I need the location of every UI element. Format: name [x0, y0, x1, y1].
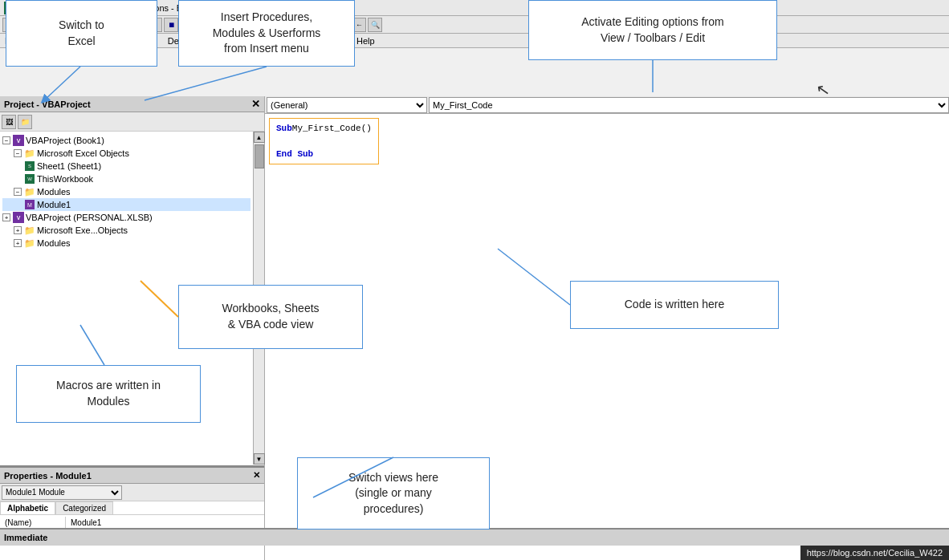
- folder-icon-excel2: 📁: [24, 225, 35, 236]
- code-line-2: [276, 135, 372, 148]
- callout-insert-text: Insert Procedures,Modules & Userformsfro…: [213, 10, 321, 57]
- tree-label-excel-objects: Microsoft Excel Objects: [37, 148, 129, 158]
- code-box: Sub My_First_Code() End Sub: [269, 118, 379, 164]
- project-btn2[interactable]: 📁: [18, 115, 32, 129]
- properties-tabs: Alphabetic Categorized: [0, 501, 264, 515]
- callout-macros: Macros are written inModules: [16, 365, 201, 423]
- callout-code-here: Code is written here: [570, 281, 779, 329]
- expand-excel-obj[interactable]: −: [14, 149, 22, 157]
- callout-insert-procedures: Insert Procedures,Modules & Userformsfro…: [178, 0, 355, 67]
- tree-label-excel-objects2: Microsoft Exe...Objects: [37, 225, 128, 235]
- properties-title: Properties - Module1: [4, 471, 92, 481]
- project-panel-title: Project - VBAProject: [4, 99, 91, 109]
- tree-vbaproject-book1[interactable]: − V VBAProject (Book1): [2, 134, 250, 147]
- code-line-3: End Sub: [276, 148, 372, 160]
- immediate-label: Immediate: [4, 533, 47, 542]
- tree-label-modules2: Modules: [37, 238, 71, 248]
- code-keyword-sub: Sub: [276, 124, 292, 133]
- folder-icon-modules: 📁: [24, 187, 35, 197]
- expand-book1[interactable]: −: [2, 136, 10, 144]
- expand-modules2[interactable]: +: [14, 239, 22, 247]
- callout-workbooks: Workbooks, Sheets& VBA code view: [178, 285, 363, 349]
- immediate-bar: Immediate: [0, 528, 949, 546]
- module-icon-1: M: [25, 200, 35, 209]
- callout-activate-text: Activate Editing options fromView / Tool…: [581, 14, 723, 46]
- scroll-up[interactable]: ▲: [254, 132, 265, 143]
- properties-panel: Properties - Module1 ✕ Module1 Module Al…: [0, 468, 264, 560]
- tree-label-personal: VBAProject (PERSONAL.XLSB): [26, 213, 153, 222]
- tab-alphabetic[interactable]: Alphabetic: [0, 501, 55, 514]
- callout-switch-views: Switch views here(single or manyprocedur…: [297, 457, 490, 530]
- tree-modules2[interactable]: + 📁 Modules: [2, 237, 250, 250]
- code-line-1: Sub My_First_Code(): [276, 122, 372, 135]
- cursor-arrow: ↖: [815, 79, 832, 101]
- code-keyword-end: End Sub: [276, 149, 313, 159]
- properties-toolbar: Module1 Module: [0, 484, 264, 501]
- project-panel-header: Project - VBAProject ✕: [0, 96, 264, 112]
- tree-modules[interactable]: − 📁 Modules: [2, 185, 250, 198]
- svg-line-1: [145, 67, 267, 100]
- watermark: https://blog.csdn.net/Cecilia_W422: [800, 546, 949, 560]
- folder-icon-modules2: 📁: [24, 238, 35, 249]
- callout-macros-text: Macros are written inModules: [56, 378, 161, 409]
- toolbar-btn-extra8[interactable]: 🔍: [368, 18, 382, 32]
- callout-switch-views-text: Switch views here(single or manyprocedur…: [348, 470, 438, 517]
- project-btn1[interactable]: 🖼: [2, 115, 16, 129]
- tree-excel-objects2[interactable]: + 📁 Microsoft Exe...Objects: [2, 224, 250, 237]
- code-header: (General) My_First_Code: [265, 96, 949, 114]
- callout-workbooks-text: Workbooks, Sheets& VBA code view: [222, 301, 319, 332]
- project-toolbar: 🖼 📁: [0, 112, 264, 132]
- tree-label-thiswb: ThisWorkbook: [37, 174, 93, 184]
- vba-icon-personal: V: [13, 212, 24, 223]
- properties-select[interactable]: Module1 Module: [2, 485, 122, 500]
- svg-line-0: [44, 67, 80, 100]
- vba-icon-book1: V: [13, 135, 24, 146]
- toolbar-btn-stop[interactable]: ⏹: [164, 18, 178, 32]
- callout-code-text: Code is written here: [625, 297, 725, 313]
- properties-close[interactable]: ✕: [253, 470, 260, 481]
- tree-label-sheet1: Sheet1 (Sheet1): [37, 161, 101, 171]
- scroll-thumb[interactable]: [255, 144, 264, 168]
- wb-icon: W: [25, 174, 35, 184]
- tree-label-modules: Modules: [37, 187, 71, 197]
- tree-thisworkbook[interactable]: W ThisWorkbook: [2, 172, 250, 185]
- expand-personal[interactable]: +: [2, 213, 10, 221]
- sheet-icon-1: S: [25, 161, 35, 171]
- expand-modules[interactable]: −: [14, 188, 22, 196]
- watermark-text: https://blog.csdn.net/Cecilia_W422: [807, 548, 943, 558]
- code-dropdown-proc[interactable]: My_First_Code: [429, 97, 949, 113]
- menu-help[interactable]: Help: [354, 35, 377, 47]
- tree-module1[interactable]: M Module1: [2, 198, 250, 211]
- tab-categorized[interactable]: Categorized: [55, 501, 113, 514]
- scroll-down[interactable]: ▼: [254, 453, 265, 465]
- tree-label-book1: VBAProject (Book1): [26, 136, 104, 145]
- project-panel-close[interactable]: ✕: [251, 98, 260, 110]
- folder-icon-excel: 📁: [24, 148, 35, 159]
- callout-switch-excel: Switch toExcel: [6, 0, 157, 67]
- code-proc-name: My_First_Code(): [292, 124, 372, 133]
- tree-sheet1[interactable]: S Sheet1 (Sheet1): [2, 160, 250, 172]
- code-dropdown-object[interactable]: (General): [267, 97, 427, 113]
- callout-activate-editing: Activate Editing options fromView / Tool…: [528, 0, 777, 60]
- expand-excel-obj2[interactable]: +: [14, 226, 22, 234]
- tree-label-module1: Module1: [37, 200, 71, 209]
- callout-switch-excel-text: Switch toExcel: [59, 18, 104, 49]
- tree-vbaproject-personal[interactable]: + V VBAProject (PERSONAL.XLSB): [2, 211, 250, 224]
- tree-excel-objects[interactable]: − 📁 Microsoft Excel Objects: [2, 147, 250, 160]
- properties-header: Properties - Module1 ✕: [0, 468, 264, 484]
